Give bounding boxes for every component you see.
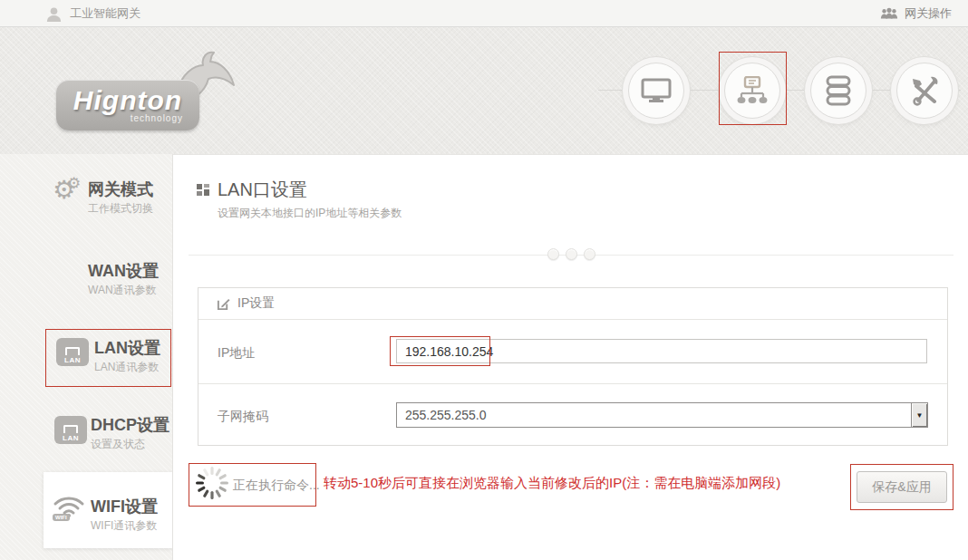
brand-name: Hignton xyxy=(73,88,182,113)
row-separator xyxy=(198,383,947,384)
lan-port-icon: LAN xyxy=(54,416,87,444)
tools-icon xyxy=(909,75,940,106)
gateway-actions[interactable]: 网关操作 xyxy=(880,0,952,27)
sidebar-item-title: WIFI设置 xyxy=(91,496,158,517)
gateway-actions-label: 网关操作 xyxy=(905,5,952,22)
monitor-icon xyxy=(641,78,672,103)
app-title: 工业智能网关 xyxy=(70,5,140,22)
carousel-dot[interactable] xyxy=(566,248,577,260)
server-stack-icon xyxy=(826,75,851,106)
subnet-mask-value: 255.255.255.0 xyxy=(397,408,911,422)
sidebar-item-dhcp[interactable]: LAN DHCP设置 设置及状态 xyxy=(0,412,172,463)
ip-change-notice: 转动5-10秒后可直接在浏览器输入当前修改后的IP(注：需在电脑端添加网段) xyxy=(324,475,780,492)
page-title: LAN口设置 xyxy=(218,178,307,202)
executing-command-label: 正在执行命令... xyxy=(233,478,320,494)
brand-logo: Hignton technology xyxy=(53,53,243,143)
ip-address-label: IP地址 xyxy=(218,345,255,362)
wifi-badge-icon: WIFI xyxy=(53,514,70,521)
gears-icon: ⚙⚙ xyxy=(53,175,89,205)
page-subtitle: 设置网关本地接口的IP地址等相关参数 xyxy=(218,206,402,221)
gateway-admin-page: 工业智能网关 网关操作 Hignton technology xyxy=(0,0,968,560)
sidebar-item-subtitle: LAN通讯参数 xyxy=(94,360,159,375)
nav-circle-data[interactable] xyxy=(810,63,866,119)
loading-spinner-icon xyxy=(194,465,230,501)
edit-icon xyxy=(217,297,230,311)
subnet-mask-select[interactable]: 255.255.255.0 ▼ xyxy=(396,402,928,428)
brand-tagline: technology xyxy=(131,113,183,123)
sidebar-item-wifi[interactable]: WIFI WIFI设置 WIFI通讯参数 xyxy=(0,494,172,545)
user-icon xyxy=(45,5,63,23)
lan-port-icon: LAN xyxy=(56,338,89,366)
brand-badge: Hignton technology xyxy=(56,80,199,130)
sidebar-item-title: 网关模式 xyxy=(88,179,153,200)
app-title-group: 工业智能网关 xyxy=(45,0,140,27)
users-group-icon xyxy=(880,7,898,20)
nav-circle-status[interactable] xyxy=(628,63,684,119)
nav-circle-network[interactable] xyxy=(724,63,780,119)
section-grid-icon xyxy=(197,184,210,197)
sidebar-item-subtitle: 工作模式切换 xyxy=(88,201,153,217)
panel-header: IP设置 xyxy=(198,288,947,320)
panel-title: IP设置 xyxy=(237,295,275,312)
dropdown-arrow-icon[interactable]: ▼ xyxy=(911,403,927,427)
sidebar-item-title: DHCP设置 xyxy=(91,414,169,436)
sidebar-item-subtitle: WIFI通讯参数 xyxy=(91,518,157,534)
sidebar-item-lan[interactable]: LAN LAN设置 LAN通讯参数 xyxy=(0,335,172,386)
carousel-dot[interactable] xyxy=(547,248,559,260)
sidebar-item-subtitle: 设置及状态 xyxy=(91,437,145,452)
top-bar: 工业智能网关 网关操作 xyxy=(0,0,968,27)
subnet-mask-label: 子网掩码 xyxy=(218,409,268,425)
ip-address-input[interactable] xyxy=(396,339,927,363)
sidebar-item-subtitle: WAN通讯参数 xyxy=(88,283,157,298)
nav-circle-tools[interactable] xyxy=(896,63,953,119)
sidebar-item-gateway-mode[interactable]: ⚙⚙ 网关模式 工作模式切换 xyxy=(0,177,172,222)
save-apply-button[interactable]: 保存&应用 xyxy=(857,471,947,503)
sidebar-item-title: WAN设置 xyxy=(88,260,159,282)
sidebar-item-title: LAN设置 xyxy=(94,337,160,359)
sidebar-item-wan[interactable]: WAN设置 WAN通讯参数 xyxy=(0,258,172,304)
network-topology-icon xyxy=(736,76,769,105)
carousel-dot[interactable] xyxy=(584,248,595,260)
